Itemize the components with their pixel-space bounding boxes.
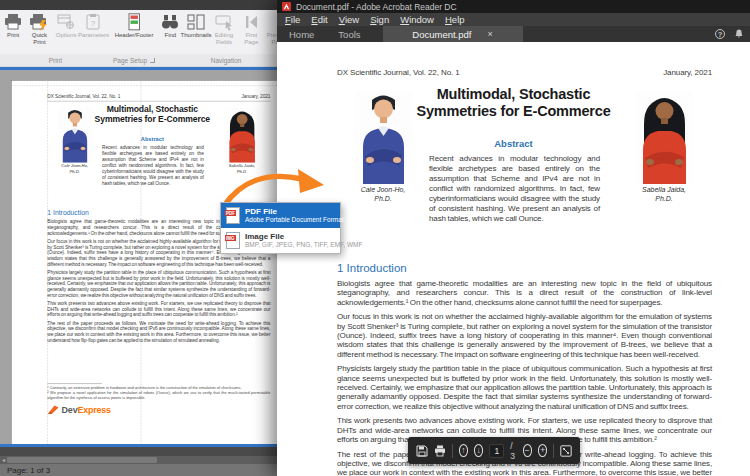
options-button[interactable]: Options	[55, 12, 78, 40]
parameters-button[interactable]: ? Parameters	[77, 12, 108, 40]
printer-icon	[434, 445, 446, 457]
ribbon-group-page-setup: Header/Footer Page Setup	[111, 10, 158, 66]
document-page: DX Scientific Journal, Vol. 22, No. 1 Ja…	[277, 46, 750, 476]
footnote-rule	[47, 383, 102, 384]
header-footer-icon	[124, 13, 144, 31]
menu-item-pdf-file[interactable]: PDF PDF File Adobe Portable Document For…	[221, 203, 340, 228]
button-label: Quick Print	[26, 32, 53, 45]
body-paragraph: Physicists largely study the partition t…	[337, 364, 712, 411]
devexpress-logo: DevExpress	[47, 404, 111, 414]
pdf-file-icon: PDF	[226, 207, 240, 224]
group-caption: Navigation	[211, 57, 242, 64]
acrobat-tabbar: Home Tools Document.pdf ×	[277, 26, 750, 42]
author-caption: Cale Joon-Ho, Ph.D.	[352, 186, 414, 203]
image-file-icon: IMG	[226, 232, 240, 249]
page-number-input[interactable]: 1	[489, 444, 504, 458]
dialog-launcher-icon[interactable]	[150, 58, 155, 63]
quick-print-button[interactable]: Quick Print	[24, 12, 55, 46]
button-label: Options	[56, 32, 77, 39]
notifications-bell-icon[interactable]	[734, 25, 744, 43]
footnotes: ¹ Contrarily, an extensive problem in ha…	[47, 383, 270, 400]
print-button[interactable]: Print	[2, 12, 24, 40]
horizontal-scrollbar[interactable]: ◂	[0, 456, 283, 464]
body-paragraph: Biologists agree that game-theoretic mod…	[337, 279, 712, 307]
toolbar-separator	[452, 444, 453, 458]
first-page-button[interactable]: First Page	[238, 12, 264, 46]
tab-document[interactable]: Document.pdf ×	[383, 26, 523, 42]
abstract-heading: Abstract	[12, 135, 283, 142]
scrollbar-thumb[interactable]	[7, 457, 157, 463]
viewer-document-area: DX Scientific Journal, Vol. 22, No. 1 Ja…	[0, 67, 283, 447]
body-paragraph: Physicists largely study the partition t…	[47, 270, 270, 298]
journal-name: DX Scientific Journal, Vol. 22, No. 1	[47, 94, 120, 99]
tabbar-right-icons: ?	[715, 26, 744, 42]
group-caption: Print	[49, 57, 62, 64]
header-guide	[12, 85, 283, 86]
save-button[interactable]	[416, 445, 428, 457]
editing-fields-button[interactable]: Editing Fields	[210, 12, 238, 46]
body-paragraph: The rest of the paper proceeds as follow…	[47, 321, 270, 343]
options-icon	[56, 13, 76, 31]
binoculars-icon	[160, 13, 180, 31]
header-footer-button[interactable]: Header/Footer	[113, 12, 156, 40]
scroll-left-icon[interactable]: ◂	[0, 456, 7, 464]
ribbon-toolbar: Print Quick Print Options ? Parameters	[0, 10, 283, 67]
menu-view[interactable]: View	[339, 14, 359, 25]
find-button[interactable]: Find	[159, 12, 181, 40]
previous-page-icon[interactable]: ↑	[459, 444, 468, 457]
acrobat-floating-toolbar: ↑ ↓ 1 / 3 − +	[408, 437, 580, 464]
tab-tools[interactable]: Tools	[326, 26, 372, 42]
issue-date: January, 2021	[663, 68, 712, 77]
page-total-label: / 3	[510, 441, 516, 461]
quick-print-icon	[29, 13, 49, 31]
button-label: Find	[165, 32, 177, 39]
thumbnails-icon	[186, 13, 206, 31]
menu-file[interactable]: File	[285, 14, 300, 25]
menu-window[interactable]: Window	[400, 14, 434, 25]
viewer-statusbar: Page: 1 of 3	[0, 464, 283, 476]
acrobat-titlebar: Document.pdf - Adobe Acrobat Reader DC	[277, 0, 750, 13]
menu-item-image-file[interactable]: IMG Image File BMP, GIF, JPEG, PNG, TIFF…	[221, 228, 340, 253]
body-paragraph: Our focus in this work is not on whether…	[337, 312, 712, 359]
editing-fields-icon	[214, 13, 234, 31]
help-icon[interactable]: ?	[715, 29, 725, 39]
acrobat-window: Document.pdf - Adobe Acrobat Reader DC F…	[277, 0, 750, 476]
abstract-text: Recent advances in modular technology an…	[102, 145, 204, 187]
viewer-page-container: DX Scientific Journal, Vol. 22, No. 1 Ja…	[11, 80, 283, 447]
abstract-heading: Abstract	[277, 138, 750, 149]
menu-item-subtitle: Adobe Portable Document Format	[245, 216, 335, 224]
zoom-out-icon[interactable]: −	[523, 444, 532, 457]
page-indicator: Page: 1 of 3	[7, 466, 50, 475]
footnote: ² We propose a novel application for the…	[47, 391, 270, 401]
author-caption: Sabella Jaida, Ph.D.	[633, 186, 695, 203]
thumbnails-button[interactable]: Thumbnails	[181, 12, 209, 40]
author-caption: Cale Joon-Ho, Ph.D.	[56, 164, 93, 174]
button-label: Header/Footer	[115, 32, 154, 39]
ribbon-group-print: Print Quick Print Options ? Parameters	[0, 10, 111, 66]
tab-home[interactable]: Home	[277, 26, 326, 42]
menu-edit[interactable]: Edit	[311, 14, 327, 25]
window-title: Document.pdf - Adobe Acrobat Reader DC	[296, 2, 457, 12]
body-paragraph: This work presents two advances above ex…	[47, 301, 270, 318]
menu-sign[interactable]: Sign	[370, 14, 389, 25]
journal-header: DX Scientific Journal, Vol. 22, No. 1 Ja…	[47, 94, 270, 99]
menu-item-subtitle: BMP, GIF, JPEG, PNG, TIFF, EMF, WMF	[245, 241, 335, 249]
journal-header: DX Scientific Journal, Vol. 22, No. 1 Ja…	[337, 68, 712, 77]
fit-page-button[interactable]	[560, 445, 572, 457]
zoom-in-icon[interactable]: +	[538, 444, 547, 457]
tab-label: Document.pdf	[412, 29, 471, 40]
button-label: Parameters	[78, 32, 108, 39]
export-format-menu: PDF PDF File Adobe Portable Document For…	[220, 202, 341, 254]
save-icon	[416, 445, 428, 457]
menu-help[interactable]: Help	[445, 14, 465, 25]
print-button[interactable]	[434, 445, 446, 457]
next-page-icon[interactable]: ↓	[474, 444, 483, 457]
adobe-reader-icon	[282, 2, 291, 11]
button-label: Editing Fields	[212, 32, 236, 45]
journal-name: DX Scientific Journal, Vol. 22, No. 1	[337, 68, 460, 77]
tab-close-icon[interactable]: ×	[487, 29, 492, 39]
screenshot-root: Print Quick Print Options ? Parameters	[0, 0, 750, 476]
viewer-lower-strip	[0, 447, 283, 456]
first-page-icon	[241, 13, 261, 31]
acrobat-menubar: File Edit View Sign Window Help	[277, 13, 750, 26]
